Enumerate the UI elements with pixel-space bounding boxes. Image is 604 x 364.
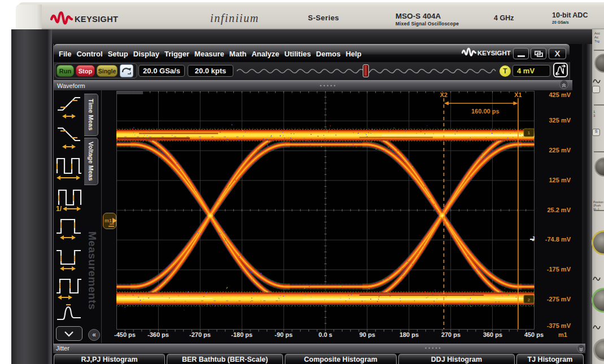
svg-text:1: 1 <box>528 130 531 135</box>
svg-text:2: 2 <box>528 297 531 302</box>
svg-text:X1: X1 <box>514 91 522 98</box>
svg-text:1/: 1/ <box>56 205 62 212</box>
svg-text:160.00 ps: 160.00 ps <box>471 108 499 115</box>
svg-text:X2: X2 <box>440 91 447 98</box>
